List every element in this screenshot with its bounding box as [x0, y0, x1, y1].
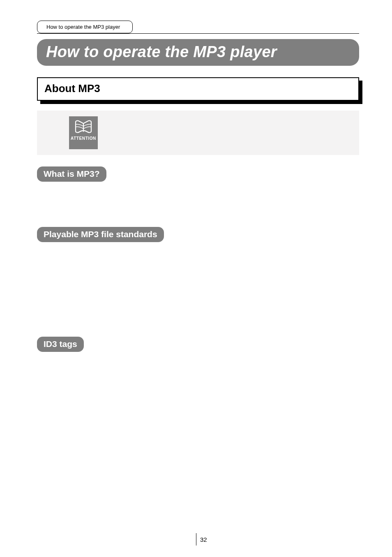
breadcrumb-tab-region: How to operate the MP3 player	[37, 21, 359, 33]
subsection-label: What is MP3?	[44, 169, 100, 178]
breadcrumb-label: How to operate the MP3 player	[46, 24, 120, 30]
page-title-text: How to operate the MP3 player	[46, 43, 277, 60]
section-heading-shadow-bottom	[40, 101, 360, 104]
book-icon	[74, 119, 93, 135]
subsection-what-is-mp3: What is MP3?	[37, 166, 106, 182]
subsection-id3-tags: ID3 tags	[37, 337, 84, 352]
subsection-playable-standards: Playable MP3 file standards	[37, 227, 164, 242]
section-heading-text: About MP3	[44, 82, 100, 95]
subsection-label: Playable MP3 file standards	[44, 229, 157, 239]
attention-label: ATTENTION	[69, 136, 98, 141]
attention-callout: ATTENTION	[37, 111, 359, 155]
section-heading-box: About MP3	[37, 77, 359, 101]
attention-badge: ATTENTION	[69, 116, 98, 149]
subsection-label: ID3 tags	[44, 339, 77, 349]
page-title: How to operate the MP3 player	[37, 39, 359, 66]
page-number: 32	[196, 536, 207, 543]
breadcrumb-tab: How to operate the MP3 player	[37, 21, 133, 33]
breadcrumb-underline	[37, 33, 359, 34]
section-heading-shadow-right	[359, 81, 362, 104]
